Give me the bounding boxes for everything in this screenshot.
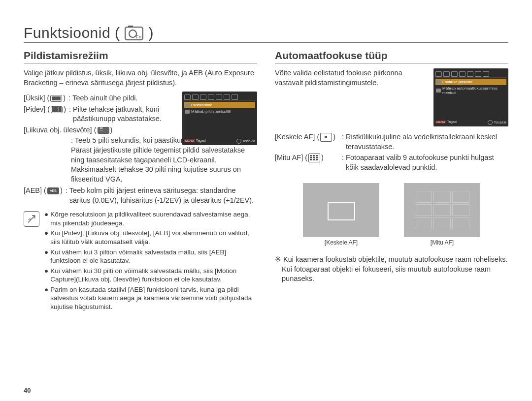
af-footnote: ※ Kui kaamera fookustab objektile, muutu…: [275, 255, 508, 284]
chapter-title-text: Funktsioonid (: [24, 25, 120, 41]
chapter-title: Funktsioonid ( ): [24, 25, 508, 41]
center-af-figure: [303, 183, 379, 237]
note-icon: [24, 211, 39, 227]
multi-af-figure: [404, 183, 480, 237]
center-af-label: [Keskele AF] (): [275, 132, 339, 142]
shot-row1: Pildistamine: [191, 103, 212, 107]
aeb-label: [AEB] (AEB): [24, 186, 63, 196]
camera-fn-icon: [125, 27, 143, 40]
note-1: Kui [Pidev], [Liikuva obj. ülesvõte], [A…: [50, 229, 257, 246]
left-sub-rule: [24, 63, 257, 63]
back-text-2: Tagasi: [447, 120, 457, 123]
pidev-desc: Pilte tehakse jätkuvalt, kuni päästikunu…: [73, 105, 181, 124]
page-number: 40: [24, 387, 31, 394]
right-subtitle: Automaatfookuse tüüp: [275, 50, 508, 62]
note-4: Parim on kasutada statiivi [AEB] funktsi…: [50, 285, 257, 311]
motion-capture-icon: [98, 127, 109, 134]
center-af-icon: [320, 133, 332, 142]
multi-af-caption: [Mitu AF]: [404, 239, 480, 246]
shot2-row1: Fookuse piirkond: [442, 80, 472, 84]
left-intro: Valige jätkuv pildistus, üksik, liikuva …: [24, 68, 257, 88]
continuous-shot-icon: [51, 106, 63, 113]
chapter-title-close: ): [148, 25, 154, 41]
aeb-desc: Teeb kolm pilti järjest erineva särituse…: [69, 186, 257, 205]
aeb-icon: AEB: [47, 187, 59, 194]
right-camera-screenshot: Fookuse piirkond Määrab automaatfokuseer…: [433, 68, 508, 126]
menu-tag: MENU: [184, 139, 195, 142]
move-text: Teisalda: [242, 139, 255, 143]
uksik-label: [Üksik] (): [24, 93, 66, 103]
chapter-rule: [24, 42, 508, 43]
menu-tag-2: MENU: [435, 121, 446, 123]
multi-af-desc: Fotoaparaat valib 9 autofookuse punkti h…: [346, 153, 508, 172]
right-sub-rule: [275, 63, 508, 63]
left-subtitle: Pildistamisrežiim: [24, 50, 257, 62]
note-2: Kui vähem kui 3 piltion võimalik salvest…: [50, 248, 257, 265]
pidev-label: [Pidev] (): [24, 105, 66, 115]
back-text: Tagasi: [196, 139, 206, 142]
left-camera-screenshot: Pildistamine Määrab pildistamisstiili ME…: [182, 92, 257, 145]
shot-row2: Määrab pildistamisstiili: [191, 109, 231, 114]
center-af-desc: Ristkülikukujuline ala vedelkristallekra…: [346, 132, 508, 152]
liikuva-label: [Liikuva obj. ülesvõte] (): [24, 126, 112, 134]
shot2-row2: Määrab automaatfokuseerimise meetodi: [442, 86, 506, 95]
right-intro: Võite valida eelistatud fookuse piirkonn…: [275, 68, 423, 88]
uksik-desc: Teeb ainult ühe pildi.: [72, 93, 181, 103]
center-af-caption: [Keskele AF]: [303, 239, 379, 246]
note-list: ●Kõrge resolutsioon ja pildikvaliteet su…: [44, 210, 257, 312]
note-0: Kõrge resolutsioon ja pildikvaliteet suu…: [50, 210, 257, 227]
note-3: Kui vähem kui 30 pilti on võimalik salve…: [50, 267, 257, 284]
single-shot-icon: [50, 95, 62, 102]
multi-af-icon: [308, 154, 320, 162]
multi-af-label: [Mitu AF] (): [275, 153, 339, 163]
move-text-2: Teisalda: [494, 121, 506, 124]
